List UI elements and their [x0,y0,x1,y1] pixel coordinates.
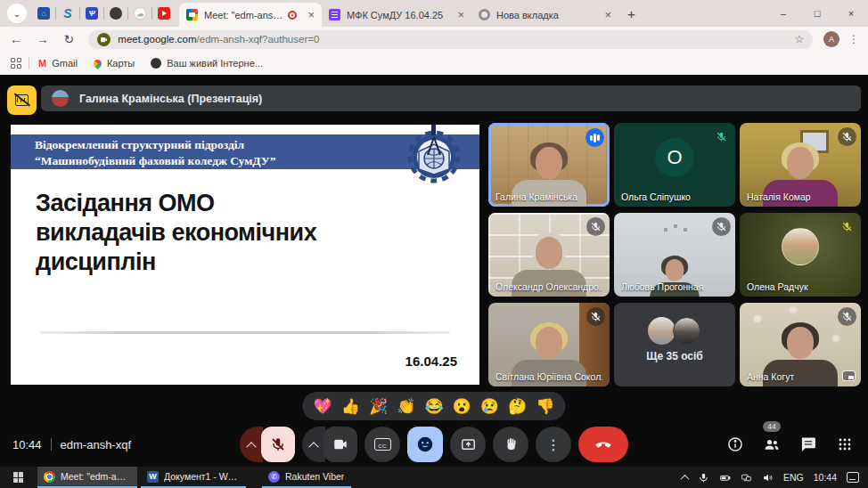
profile-avatar[interactable]: A [823,31,839,47]
minimize-button[interactable]: – [766,0,800,27]
mic-off-icon [838,307,856,326]
tray-mic-icon[interactable] [698,472,709,484]
reaction-laugh[interactable]: 😂 [424,399,443,414]
bookmark-star-icon[interactable]: ☆ [794,33,804,45]
tab-search-button[interactable]: ⌄ [7,4,27,23]
reaction-cry[interactable]: 😢 [480,399,499,414]
pinned-tab-trident[interactable]: Ѱ [80,0,103,27]
shield-icon: ⌂ [37,7,50,20]
speaking-indicator-icon [585,128,604,147]
bookmark-gmail[interactable]: MGmail [38,58,78,69]
presenter-banner[interactable]: Галина Крамінська (Презентація) [41,85,861,111]
reactions-button[interactable] [407,427,443,462]
start-button[interactable] [0,467,37,488]
maximize-button[interactable]: □ [800,0,834,27]
participant-tile[interactable]: Анна Когут [740,303,861,386]
tab-meet[interactable]: Meet: "edm-ansh-xqf" × [179,3,322,27]
presentation-warning-button[interactable] [7,85,37,115]
activities-button[interactable] [834,434,856,455]
taskbar-app-word[interactable]: W Документ1 - Word [141,467,246,488]
url-path: /edm-ansh-xqf?authuser=0 [197,34,320,45]
participant-tile[interactable]: Олександр Олександро... [488,213,610,297]
smiley-icon [415,435,435,454]
tray-volume-icon[interactable] [762,472,774,484]
tray-language[interactable]: ENG [783,472,804,483]
mic-mute-button[interactable] [261,427,295,462]
mic-off-icon [270,436,286,452]
slide-title: Засідання ОМО викладачів економічних дис… [36,189,316,277]
apps-grid-icon[interactable] [11,58,21,69]
info-icon [726,435,744,453]
action-center-icon[interactable] [847,472,859,483]
participant-name: Світлана Юріївна Сокол... [495,371,602,382]
participant-tile[interactable]: Наталія Комар [740,123,861,207]
participant-tile[interactable]: О Ольга Сліпушко [614,123,735,207]
reaction-thumbs-up[interactable]: 👍 [341,399,360,414]
mic-options-button[interactable] [240,427,263,462]
meeting-details-button[interactable] [725,434,746,455]
reaction-surprised[interactable]: 😮 [453,399,471,414]
reaction-thinking[interactable]: 🤔 [508,399,527,414]
pinned-tab-dark-logo[interactable] [104,0,127,27]
chevron-up-icon [246,442,256,451]
close-tab-icon[interactable]: × [307,8,315,21]
viber-icon: ✆ [268,471,280,483]
close-tab-icon[interactable]: × [604,8,611,21]
browser-toolbar: ← → ↻ meet.google.com/edm-ansh-xqf?authu… [0,27,868,52]
tab-mfk-sumdu[interactable]: МФК СумДУ 16.04.25 × [322,3,471,27]
close-tab-icon[interactable]: × [457,8,464,21]
present-button[interactable] [450,427,486,462]
taskbar-app-label: Meet: "edm-ansh-xqf..." [61,471,131,482]
chevron-up-icon [308,442,318,451]
back-button[interactable]: ← [5,32,27,46]
gmail-icon: M [38,58,46,69]
tab-new[interactable]: Нова вкладка × [471,3,618,27]
participant-tile[interactable]: Світлана Юріївна Сокол... [488,303,610,386]
new-tab-button[interactable]: + [627,6,635,21]
pinned-tab-shield[interactable]: ⌂ [32,0,55,27]
participants-button[interactable]: 44 [761,434,782,455]
pinned-tab-cloud[interactable]: ☁ [128,0,151,27]
people-icon [763,435,781,453]
tray-network-icon[interactable] [741,472,752,484]
bookmark-maps[interactable]: Карты [94,58,135,69]
leave-call-button[interactable] [578,427,628,462]
camera-options-button[interactable] [302,427,325,462]
close-window-button[interactable]: × [834,0,868,27]
participant-name: Олена Радчук [747,281,808,292]
captions-button[interactable]: CC [364,427,400,462]
address-bar[interactable]: meet.google.com/edm-ansh-xqf?authuser=0 … [88,30,813,49]
forward-button[interactable]: → [32,32,53,46]
bookmark-label: Ваш живий Інтерне... [167,58,263,69]
participant-tile[interactable]: Любовь Прогонная [614,213,735,297]
taskbar-app-chrome[interactable]: Meet: "edm-ansh-xqf..." [37,467,137,488]
more-options-button[interactable]: ⋮ [536,427,571,462]
participant-tile-speaking[interactable]: Галина Крамінська [488,123,610,207]
browser-menu-icon[interactable]: ⋮ [848,33,859,45]
mic-control [240,427,295,462]
participant-name: Ольга Сліпушко [621,191,691,202]
raise-hand-button[interactable] [493,427,528,462]
reaction-thumbs-down[interactable]: 👎 [536,399,554,414]
more-participants-tile[interactable]: Ще 35 осіб [614,303,735,386]
tray-clock[interactable]: 10:44 [814,472,837,483]
reload-button[interactable]: ↻ [59,32,80,46]
camera-button[interactable] [323,427,357,462]
call-controls: CC ⋮ [240,427,628,462]
pinned-tab-youtube[interactable] [152,0,176,27]
bookmark-internet[interactable]: Ваш живий Інтерне... [151,58,263,69]
hand-icon [503,436,520,453]
participant-name: Галина Крамінська [495,191,577,202]
pinned-tab-s[interactable]: S [56,0,79,27]
reaction-heart[interactable]: 💖 [314,399,332,414]
reaction-tada[interactable]: 🎉 [369,399,388,414]
mic-off-icon [586,307,605,326]
participant-tile[interactable]: Олена Радчук [740,213,861,297]
reaction-clap[interactable]: 👏 [397,399,415,414]
tray-battery-icon[interactable] [719,472,731,484]
hang-up-icon [593,434,614,455]
tray-expand-icon[interactable] [681,474,690,483]
taskbar-app-viber[interactable]: ✆ Rakuten Viber [262,467,351,488]
chat-button[interactable] [798,434,819,455]
presentation-slide[interactable]: Відокремлений структурний підрозділ “Маш… [11,125,479,385]
